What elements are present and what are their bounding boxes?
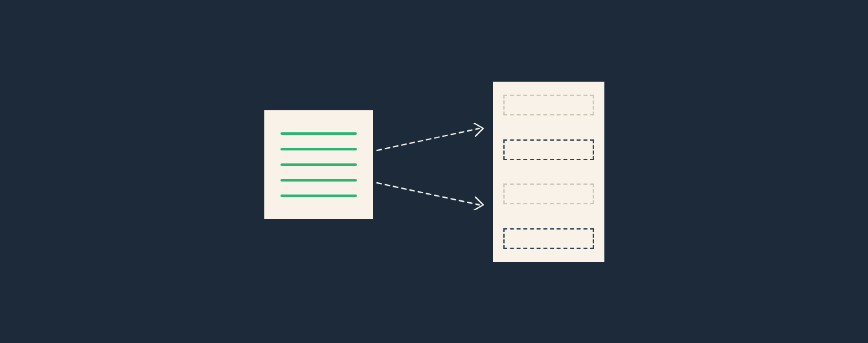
target-slot-2 (503, 139, 594, 160)
target-document (493, 82, 604, 262)
source-content-line (280, 195, 357, 197)
source-document (264, 110, 373, 219)
source-content-line (280, 163, 357, 166)
target-slot-3 (503, 183, 594, 204)
target-slot-4 (503, 228, 594, 249)
svg-line-0 (377, 128, 479, 150)
source-content-line (280, 148, 357, 150)
dashed-arrow-bottom (376, 180, 492, 210)
dashed-arrow-top (376, 123, 492, 153)
target-slot-1 (503, 95, 594, 115)
source-content-line (280, 132, 357, 135)
svg-line-1 (377, 183, 479, 205)
source-content-line (280, 179, 357, 182)
